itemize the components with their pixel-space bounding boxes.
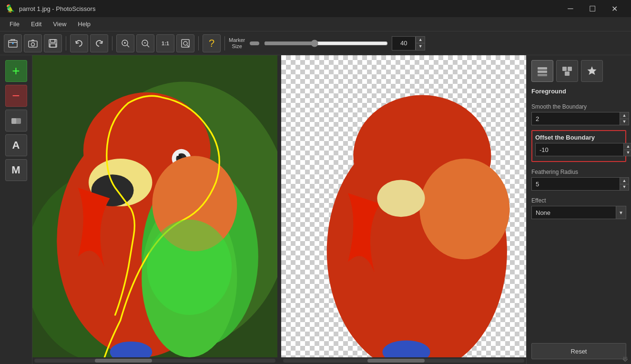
open-button[interactable] xyxy=(4,34,22,52)
svg-rect-19 xyxy=(11,118,16,124)
result-canvas-bg xyxy=(281,55,526,357)
marker-size-value: 40 xyxy=(400,40,407,47)
effect-label: Effect xyxy=(531,197,626,204)
zoom-in-button[interactable] xyxy=(116,34,134,52)
merge-icon-button[interactable] xyxy=(556,60,578,82)
svg-point-30 xyxy=(177,154,179,156)
original-canvas xyxy=(32,55,277,357)
svg-rect-50 xyxy=(562,67,567,71)
help-button[interactable]: ? xyxy=(203,34,221,52)
canvas-area xyxy=(32,55,526,364)
smooth-spinner: ▲ ▼ xyxy=(620,112,629,125)
smooth-label: Smooth the Boundary xyxy=(531,103,626,110)
window-controls: ─ ☐ ✕ xyxy=(560,0,625,17)
svg-point-46 xyxy=(377,180,425,217)
svg-rect-5 xyxy=(50,44,56,47)
scrollbar-thumb-left[interactable] xyxy=(95,359,152,363)
effect-select[interactable]: None Blur Sharpen xyxy=(531,206,616,219)
feathering-field-row: ▲ ▼ xyxy=(531,177,626,191)
right-panel: Foreground Smooth the Boundary ▲ ▼ Offse… xyxy=(526,55,631,364)
marker-size-slider[interactable] xyxy=(264,40,388,47)
marker-size-up[interactable]: ▲ xyxy=(416,37,425,44)
offset-up[interactable]: ▲ xyxy=(624,143,631,150)
menu-help[interactable]: Help xyxy=(72,19,96,30)
result-canvas xyxy=(281,55,526,357)
window-title: parrot 1.jpg - PhotoScissors xyxy=(19,5,560,12)
redo-button[interactable] xyxy=(90,34,108,52)
minimize-button[interactable]: ─ xyxy=(560,0,581,17)
original-panel[interactable] xyxy=(32,55,277,357)
svg-point-34 xyxy=(147,220,232,315)
offset-spinner: ▲ ▼ xyxy=(623,143,631,156)
horizontal-scrollbars xyxy=(32,357,526,364)
marker-size-label-line2: Size xyxy=(232,43,242,49)
left-toolbar: + − A M xyxy=(0,55,32,364)
svg-point-44 xyxy=(419,159,509,259)
text-a-button[interactable]: A xyxy=(5,134,27,156)
scrollbar-left[interactable] xyxy=(32,357,277,364)
svg-line-10 xyxy=(127,45,130,47)
menu-file[interactable]: File xyxy=(4,19,25,30)
save-button[interactable] xyxy=(44,34,62,52)
restore-button[interactable]: ☐ xyxy=(581,0,603,17)
offset-section: Offset the Boundary ▲ ▼ xyxy=(531,130,626,162)
effect-dropdown-arrow[interactable]: ▼ xyxy=(616,206,626,219)
feathering-label: Feathering Radius xyxy=(531,169,626,175)
menu-edit[interactable]: Edit xyxy=(25,19,47,30)
toolbar: 1:1 ? Marker Size 40 ▲ ▼ xyxy=(0,31,631,55)
svg-point-2 xyxy=(31,42,35,46)
text-m-button[interactable]: M xyxy=(5,159,27,181)
svg-marker-53 xyxy=(588,66,597,75)
feathering-spinner: ▲ ▼ xyxy=(620,177,629,191)
feathering-up[interactable]: ▲ xyxy=(620,178,629,184)
panel-divider[interactable] xyxy=(277,55,281,357)
svg-point-15 xyxy=(183,41,187,45)
marker-size-down[interactable]: ▼ xyxy=(416,43,425,50)
close-button[interactable]: ✕ xyxy=(603,0,625,17)
zoom-1-1-button[interactable]: 1:1 xyxy=(156,34,174,52)
menu-view[interactable]: View xyxy=(47,19,72,30)
smooth-down[interactable]: ▼ xyxy=(620,119,629,125)
undo-button[interactable] xyxy=(70,34,88,52)
effect-field-row: None Blur Sharpen ▼ xyxy=(531,206,626,219)
add-background-button[interactable]: − xyxy=(5,85,27,107)
scrollbar-thumb-right[interactable] xyxy=(367,359,425,363)
reset-button[interactable]: Reset xyxy=(531,343,626,359)
svg-rect-47 xyxy=(538,67,547,70)
svg-rect-48 xyxy=(538,71,547,73)
layers-icon-button[interactable] xyxy=(531,60,553,82)
panel-mode-icons xyxy=(531,60,626,82)
svg-rect-49 xyxy=(538,74,547,76)
svg-rect-17 xyxy=(250,41,259,45)
main-area: + − A M xyxy=(0,55,631,364)
menu-bar: File Edit View Help xyxy=(0,17,631,31)
star-icon-button[interactable] xyxy=(581,60,603,82)
app-icon: 🦜 xyxy=(6,4,15,13)
result-panel[interactable] xyxy=(281,55,526,357)
offset-label: Offset the Boundary xyxy=(535,134,622,141)
svg-rect-51 xyxy=(568,67,572,71)
offset-input[interactable] xyxy=(535,143,623,156)
scrollbar-right[interactable] xyxy=(281,357,526,364)
scrollbar-divider xyxy=(277,357,281,364)
resize-handle: ⟱ xyxy=(622,355,629,362)
marker-icon xyxy=(249,38,260,49)
title-bar: 🦜 parrot 1.jpg - PhotoScissors ─ ☐ ✕ xyxy=(0,0,631,17)
svg-line-16 xyxy=(187,45,189,47)
offset-down[interactable]: ▼ xyxy=(624,150,631,156)
camera-button[interactable] xyxy=(24,34,42,52)
zoom-out-button[interactable] xyxy=(136,34,154,52)
zoom-fit-button[interactable] xyxy=(176,34,194,52)
feathering-down[interactable]: ▼ xyxy=(620,184,629,191)
svg-rect-52 xyxy=(565,71,570,76)
svg-line-13 xyxy=(147,45,150,47)
feathering-input[interactable] xyxy=(531,177,620,191)
smooth-up[interactable]: ▲ xyxy=(620,112,629,119)
offset-field-row: ▲ ▼ xyxy=(535,143,622,156)
eraser-button[interactable] xyxy=(5,110,27,131)
section-title: Foreground xyxy=(531,88,626,95)
smooth-input[interactable] xyxy=(531,112,620,125)
canvas-panels xyxy=(32,55,526,357)
add-foreground-button[interactable]: + xyxy=(5,60,27,82)
smooth-field-row: ▲ ▼ xyxy=(531,112,626,125)
